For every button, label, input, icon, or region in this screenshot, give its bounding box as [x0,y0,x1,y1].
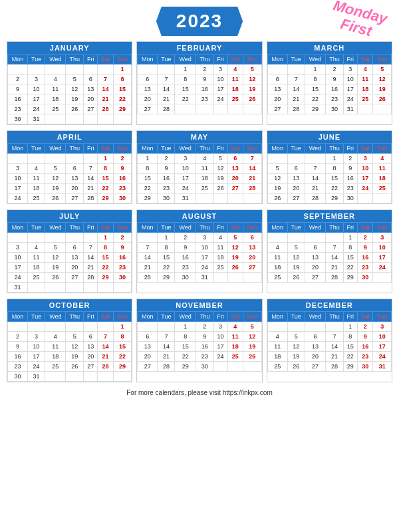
table-row: 23242526272829 [8,362,132,372]
cal-day: 1 [158,233,175,243]
cal-day: 26 [227,263,243,273]
cal-day: 2 [357,322,372,332]
cal-day: 31 [196,273,213,283]
month-block-july: JULYMonTueWedThuFriSatSun123456789101112… [7,209,132,293]
day-header-wed: Wed [305,144,325,154]
cal-day: 24 [213,352,227,362]
cal-day: 15 [343,253,357,263]
day-header-wed: Wed [45,312,66,322]
monday-first-label: MondayFirst [327,0,389,43]
cal-day: 19 [227,253,243,263]
cal-day: 23 [175,263,196,273]
day-header-mon: Mon [138,55,158,65]
cal-day: 26 [287,273,305,283]
cal-day: 16 [8,94,28,104]
cal-day: 16 [326,84,344,94]
cal-day: 17 [175,174,196,184]
cal-day [84,65,98,74]
cal-day: 26 [213,184,227,194]
cal-day: 30 [158,194,175,203]
cal-table: MonTueWedThuFriSatSun1234567891011121314… [7,143,132,203]
cal-day [227,194,243,203]
day-header-sun: Sun [243,312,262,322]
cal-day [8,65,28,74]
cal-day: 1 [175,65,196,74]
cal-day: 22 [113,352,132,362]
day-header-tue: Tue [27,144,45,154]
cal-day: 11 [45,84,66,94]
table-row: 78910111213 [138,243,261,253]
cal-table: MonTueWedThuFriSatSun1234567891011121314… [137,143,261,203]
cal-day: 16 [357,253,372,263]
cal-day: 22 [343,263,357,273]
cal-day: 13 [84,84,98,94]
cal-day: 27 [138,104,158,114]
table-row: 12345 [138,65,261,74]
cal-day: 8 [113,332,132,342]
cal-day: 10 [175,164,196,174]
cal-day: 20 [305,263,325,273]
cal-day: 17 [27,94,45,104]
page-container: 2023 MondayFirst JANUARYMonTueWedThuFriS… [0,0,399,410]
table-row: 2345678 [8,74,132,84]
year-badge: 2023 [156,7,243,36]
day-header-thu: Thu [326,55,344,65]
cal-day: 27 [66,194,84,203]
day-header-sat: Sat [357,144,372,154]
cal-day: 15 [175,84,196,94]
cal-day: 7 [243,154,262,164]
day-header-fri: Fri [84,223,98,233]
cal-day: 26 [45,273,66,283]
cal-day: 24 [373,263,392,273]
table-row: 24252627282930 [8,273,132,283]
cal-day: 13 [138,342,158,352]
cal-day [27,233,45,243]
day-header-mon: Mon [138,223,158,233]
cal-day: 20 [66,184,84,194]
cal-day: 11 [27,253,45,263]
cal-day: 3 [357,154,372,164]
cal-day: 10 [357,164,372,174]
month-title: FEBRUARY [137,42,261,54]
table-row: 20212223242526 [138,352,261,362]
cal-day [84,114,98,124]
day-header-mon: Mon [8,312,28,322]
cal-day: 26 [45,194,66,203]
cal-day: 4 [227,322,243,332]
cal-day: 11 [213,243,227,253]
cal-day: 29 [175,362,196,372]
day-header-mon: Mon [8,223,28,233]
cal-day [305,322,325,332]
day-header-tue: Tue [158,144,175,154]
cal-day: 5 [45,243,66,253]
month-block-october: OCTOBERMonTueWedThuFriSatSun123456789101… [7,299,132,382]
cal-day: 30 [326,104,344,114]
cal-day [66,322,84,332]
cal-day: 25 [45,104,66,114]
cal-day [373,273,392,283]
day-header-mon: Mon [267,144,287,154]
cal-day: 5 [287,332,305,342]
cal-day: 8 [326,164,344,174]
day-header-mon: Mon [267,312,287,322]
cal-day: 10 [373,332,392,342]
cal-day: 1 [138,154,158,164]
cal-day: 3 [27,74,45,84]
cal-day: 2 [8,332,28,342]
cal-day: 6 [305,332,325,342]
month-block-may: MAYMonTueWedThuFriSatSun1234567891011121… [136,130,262,204]
cal-day: 25 [357,94,372,104]
day-header-sun: Sun [243,223,262,233]
cal-day [267,154,287,164]
cal-day: 20 [138,94,158,104]
table-row: 17181920212223 [8,263,132,273]
cal-day: 9 [357,332,372,342]
cal-day [357,194,372,203]
cal-day: 18 [45,94,66,104]
cal-day [243,194,262,203]
cal-day: 3 [175,154,196,164]
cal-day: 3 [373,233,392,243]
day-header-tue: Tue [287,312,305,322]
table-row: 14151617181920 [138,253,261,263]
day-header-fri: Fri [84,312,98,322]
